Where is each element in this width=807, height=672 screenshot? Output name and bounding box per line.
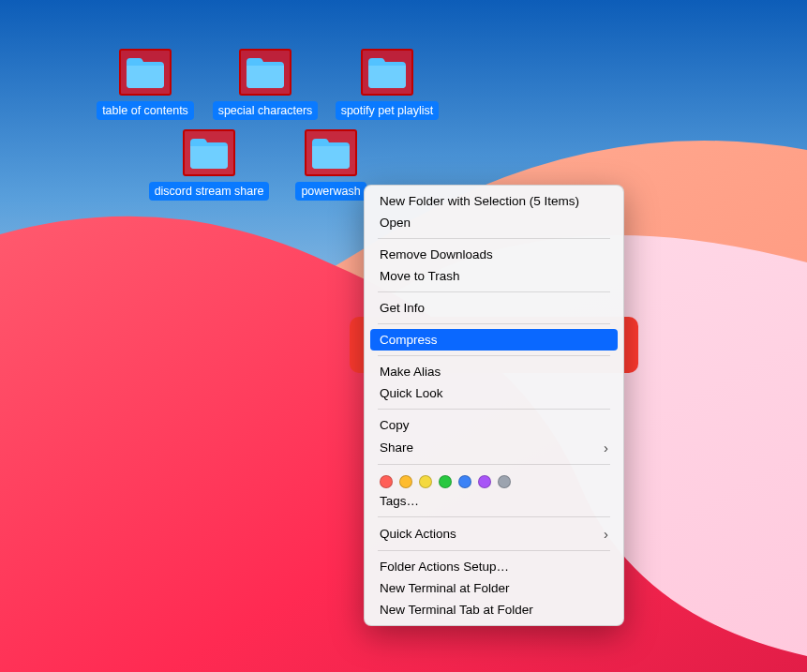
tag-color-dot[interactable] [399, 475, 412, 488]
menu-item-label: New Terminal Tab at Folder [380, 603, 533, 617]
menu-item[interactable]: Folder Actions Setup… [365, 556, 623, 577]
menu-item[interactable]: Remove Downloads [365, 244, 623, 265]
tag-color-dot[interactable] [478, 475, 491, 488]
menu-item-label: Quick Look [380, 386, 443, 400]
chevron-right-icon: › [604, 526, 608, 542]
menu-item-quick-actions[interactable]: Quick Actions › [365, 522, 623, 545]
desktop-folder[interactable]: discord stream share [148, 129, 270, 201]
menu-divider [378, 323, 610, 324]
tag-color-dot[interactable] [498, 475, 511, 488]
tag-color-dot[interactable] [439, 475, 452, 488]
folder-label: special characters [213, 101, 319, 120]
menu-item[interactable]: New Folder with Selection (5 Items) [365, 190, 623, 212]
menu-item[interactable]: Make Alias [365, 361, 623, 382]
context-menu: New Folder with Selection (5 Items) Open… [364, 185, 624, 626]
menu-item-label: New Folder with Selection (5 Items) [380, 194, 579, 208]
menu-item[interactable]: Quick Look [365, 382, 623, 404]
menu-divider [378, 238, 610, 239]
menu-item-label: New Terminal at Folder [380, 581, 510, 595]
menu-divider [378, 550, 610, 551]
chevron-right-icon: › [604, 440, 608, 455]
folder-icon-selected [361, 49, 413, 96]
folder-label: powerwash [295, 182, 366, 201]
folder-icon-selected [119, 49, 172, 96]
folder-label: table of contents [97, 101, 194, 120]
tag-color-dot[interactable] [380, 475, 393, 488]
desktop-folder[interactable]: table of contents [84, 49, 206, 120]
tag-color-dot[interactable] [458, 475, 471, 488]
menu-item[interactable]: New Terminal Tab at Folder [365, 599, 623, 620]
folder-label: discord stream share [149, 182, 270, 201]
menu-item-label: Move to Trash [380, 269, 460, 283]
folder-icon [245, 54, 286, 90]
menu-divider [378, 516, 610, 517]
menu-item-label: Compress [380, 333, 438, 347]
tag-color-row [365, 470, 623, 490]
menu-item-label: Make Alias [380, 365, 441, 379]
menu-item-label: Folder Actions Setup… [380, 560, 509, 574]
menu-item-label: Copy [380, 418, 410, 432]
menu-item[interactable]: Compress [370, 329, 618, 351]
folder-icon-selected [305, 129, 357, 176]
folder-icon [310, 135, 351, 171]
menu-item-label: Get Info [380, 301, 425, 315]
menu-item-label: Open [380, 216, 411, 230]
menu-item-label: Remove Downloads [380, 247, 493, 261]
menu-divider [378, 291, 610, 292]
menu-divider [378, 355, 610, 356]
folder-icon [188, 135, 230, 171]
menu-item-tags[interactable]: Tags… [365, 490, 623, 512]
folder-icon-selected [183, 129, 235, 176]
folder-icon [366, 54, 408, 90]
menu-item[interactable]: Copy [365, 414, 623, 436]
menu-item[interactable]: Move to Trash [365, 265, 623, 287]
desktop-folder[interactable]: spotify pet playlist [326, 49, 448, 120]
folder-label: spotify pet playlist [336, 101, 440, 120]
menu-divider [378, 409, 610, 410]
folder-icon [125, 54, 166, 90]
menu-divider [378, 464, 610, 465]
menu-item-label: Quick Actions [380, 527, 456, 541]
menu-item-label: Share [380, 441, 413, 455]
menu-item[interactable]: New Terminal at Folder [365, 577, 623, 599]
menu-item[interactable]: Get Info [365, 297, 623, 319]
folder-icon-selected [239, 49, 291, 96]
desktop-folder[interactable]: special characters [204, 49, 326, 120]
menu-item[interactable]: Share› [365, 436, 623, 459]
menu-item[interactable]: Open [365, 212, 623, 233]
tag-color-dot[interactable] [419, 475, 432, 488]
